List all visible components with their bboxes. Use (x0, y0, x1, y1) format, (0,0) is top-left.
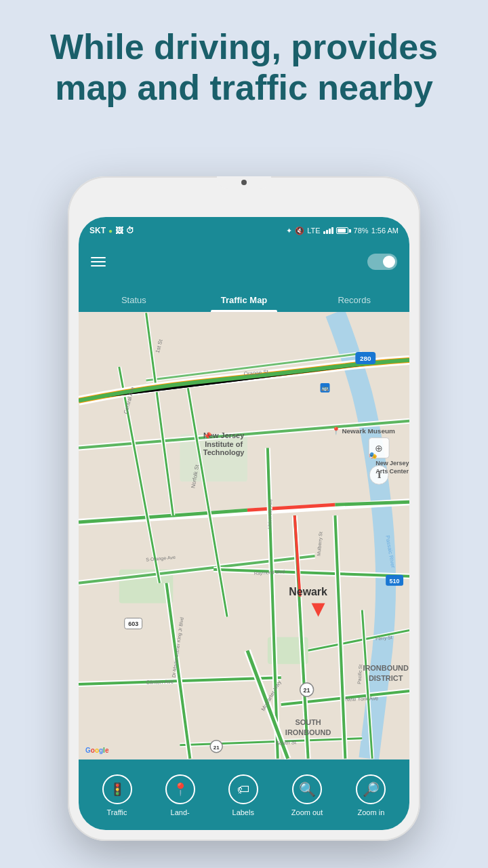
status-right: ✦ 🔇 LTE 78% 1:56 AM (286, 226, 399, 235)
speedometer-icon: ⏱ (126, 226, 134, 235)
svg-text:21: 21 (214, 745, 220, 751)
nav-labels[interactable]: 🏷 Labels (228, 774, 258, 816)
nav-zoom-in[interactable]: 🔎 Zoom in (356, 774, 386, 816)
svg-text:IRONBOUND: IRONBOUND (285, 728, 331, 736)
svg-text:IRONBOUND: IRONBOUND (363, 664, 409, 672)
nav-zoom-in-label: Zoom in (358, 808, 385, 816)
nav-labels-label: Labels (232, 808, 254, 816)
svg-text:280: 280 (360, 355, 371, 362)
svg-text:Arts Center: Arts Center (375, 468, 409, 475)
lte-label: LTE (307, 226, 320, 235)
traffic-map[interactable]: 280 510 603 21 21 ℹ (79, 312, 409, 760)
svg-text:Technology: Technology (203, 448, 245, 456)
hamburger-line-3 (91, 265, 106, 267)
nav-traffic[interactable]: 🚦 Traffic (102, 774, 132, 816)
svg-text:New Jersey Perf: New Jersey Perf (375, 460, 409, 467)
app-bar (79, 244, 409, 279)
signal-bar-1 (323, 231, 325, 234)
hamburger-menu-button[interactable] (91, 257, 106, 267)
zoom-in-nav-icon: 🔎 (356, 774, 386, 804)
map-svg: 280 510 603 21 21 ℹ (79, 312, 409, 760)
carrier-label: SKT (89, 226, 106, 235)
svg-text:603: 603 (128, 620, 138, 627)
svg-text:📍: 📍 (331, 426, 341, 435)
tab-traffic-map[interactable]: Traffic Map (189, 295, 300, 312)
svg-text:21: 21 (304, 687, 310, 694)
nav-traffic-label: Traffic (107, 808, 127, 816)
hero-section: While driving, provides map and traffic … (0, 27, 488, 108)
svg-text:🎭: 🎭 (369, 451, 378, 460)
svg-text:SOUTH: SOUTH (295, 718, 321, 726)
phone-shell: SKT ● 🖼 ⏱ ✦ 🔇 LTE (68, 176, 420, 841)
signal-bar-3 (329, 229, 331, 234)
camera-dot (241, 180, 247, 185)
tab-records[interactable]: Records (299, 295, 409, 312)
svg-text:New York Ave: New York Ave (345, 695, 379, 703)
bottom-navigation: 🚦 Traffic 📍 Land- 🏷 Labels 🔍 Zoom out 🔎 … (79, 760, 409, 830)
svg-text:South St: South St (275, 739, 297, 747)
hamburger-line-2 (91, 261, 106, 262)
svg-text:📌: 📌 (203, 431, 212, 440)
signal-bars (323, 227, 333, 234)
photo-icon: 🖼 (115, 226, 123, 235)
tab-status[interactable]: Status (79, 295, 189, 312)
mute-icon: 🔇 (295, 226, 304, 235)
nav-zoom-out-label: Zoom out (291, 808, 323, 816)
nav-landmark[interactable]: 📍 Land- (165, 774, 195, 816)
carrier-icon: ● (108, 227, 113, 235)
nav-landmark-label: Land- (171, 808, 190, 816)
svg-text:Institute of: Institute of (205, 440, 243, 448)
google-logo: Google (85, 747, 108, 754)
traffic-nav-icon: 🚦 (102, 774, 132, 804)
toggle-switch-button[interactable] (367, 254, 397, 270)
phone-notch (217, 176, 271, 189)
signal-bar-4 (331, 227, 333, 234)
battery-label: 78% (354, 226, 369, 235)
bluetooth-icon: ✦ (286, 226, 292, 235)
phone-screen: SKT ● 🖼 ⏱ ✦ 🔇 LTE (79, 217, 409, 830)
svg-text:Clinton·Ave: Clinton·Ave (146, 679, 174, 686)
battery-indicator (336, 227, 351, 234)
svg-text:510: 510 (390, 578, 400, 585)
status-bar: SKT ● 🖼 ⏱ ✦ 🔇 LTE (79, 217, 409, 244)
time-label: 1:56 AM (371, 226, 399, 235)
hero-title: While driving, provides map and traffic … (27, 27, 461, 108)
hamburger-line-1 (91, 257, 106, 258)
status-left: SKT ● 🖼 ⏱ (89, 226, 134, 235)
svg-text:🚌: 🚌 (321, 384, 329, 392)
nav-zoom-out[interactable]: 🔍 Zoom out (291, 774, 323, 816)
svg-text:DISTRICT: DISTRICT (369, 674, 403, 682)
signal-bar-2 (326, 230, 328, 234)
zoom-out-nav-icon: 🔍 (292, 774, 322, 804)
tab-bar: Status Traffic Map Records (79, 279, 409, 312)
labels-nav-icon: 🏷 (228, 774, 258, 804)
svg-text:Newark: Newark (289, 586, 327, 597)
svg-text:Newark Museum: Newark Museum (342, 427, 395, 435)
landmark-nav-icon: 📍 (165, 774, 195, 804)
